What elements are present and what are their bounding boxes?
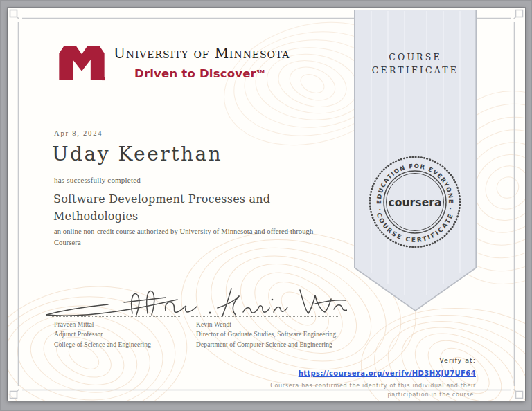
verify-link[interactable]: https://coursera.org/verify/HD3HXJU7UF64: [299, 368, 476, 378]
signature-line-right: [191, 316, 338, 317]
signatory-department: College of Science and Engineering: [54, 340, 151, 349]
coursera-wordmark: coursera: [388, 197, 441, 209]
desktop-background: { "header": { "university": "University …: [0, 0, 532, 411]
ribbon-label: COURSE CERTIFICATE: [354, 51, 477, 77]
registered-mark-dot: [102, 77, 105, 80]
course-title: Software Development Processes and Metho…: [53, 191, 292, 226]
signatory-name: Praveen Mittal: [54, 320, 151, 329]
coursera-seal: · EDUCATION FOR EVERYONE · COURSE CERTIF…: [363, 150, 467, 254]
signature-line-left: [52, 316, 181, 317]
signatory-title: Adjunct Professor: [54, 329, 151, 339]
verify-label: Verify at:: [270, 356, 476, 365]
ribbon-label-line1: COURSE: [354, 51, 477, 64]
verification-section: Verify at: https://coursera.org/verify/H…: [270, 356, 476, 400]
signatory-name: Kevin Wendt: [196, 320, 336, 329]
issue-date: Apr 8, 2024: [54, 129, 103, 137]
tagline-text: Driven to Discover: [134, 67, 256, 80]
signatory-praveen-mittal: Praveen Mittal Adjunct Professor College…: [54, 320, 151, 349]
signatory-department: Department of Computer Science and Engin…: [196, 340, 336, 349]
signatory-title: Director of Graduate Studies, Software E…: [196, 329, 336, 339]
university-name: University of Minnesota: [114, 45, 290, 62]
service-mark: SM: [256, 69, 265, 75]
completion-text: has successfully completed: [54, 176, 141, 184]
course-description: an online non-credit course authorized b…: [54, 226, 331, 249]
recipient-name: Uday Keerthan: [52, 143, 222, 165]
university-tagline: Driven to DiscoverSM: [134, 67, 265, 80]
university-of-minnesota-block-m-logo: [57, 42, 106, 84]
verify-note-line2: participation in the course.: [270, 390, 476, 399]
verify-note: Coursera has confirmed the identity of t…: [270, 381, 476, 399]
kevin-wendt-signature: [218, 289, 347, 316]
signatory-kevin-wendt: Kevin Wendt Director of Graduate Studies…: [196, 320, 336, 349]
certificate: COURSE CERTIFICATE · EDUCATION FOR EVERY…: [8, 8, 525, 401]
praveen-mittal-signature: [46, 291, 211, 316]
ribbon-label-line2: CERTIFICATE: [354, 64, 477, 77]
verify-note-line1: Coursera has confirmed the identity of t…: [270, 381, 476, 390]
